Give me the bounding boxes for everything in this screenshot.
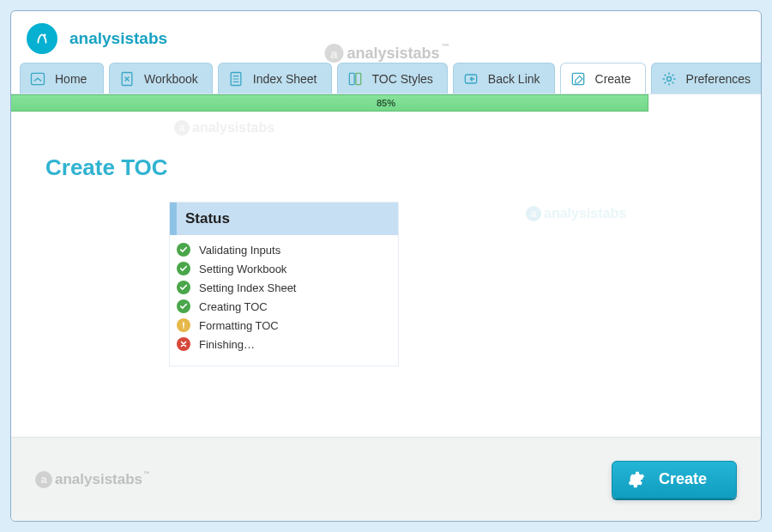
status-heading: Status [170, 203, 398, 235]
tab-label: Index Sheet [253, 72, 317, 86]
gear-icon [660, 70, 678, 88]
tab-label: Workbook [144, 72, 198, 86]
status-row-label: Formatting TOC [199, 319, 279, 332]
header: analysistabs aanalysistabs™ [11, 11, 761, 63]
tab-create[interactable]: Create [560, 63, 646, 94]
check-icon [177, 299, 190, 313]
back-link-icon [462, 70, 479, 88]
page-title: Create TOC [11, 112, 761, 181]
watermark-ghost: aanalysistabs [526, 206, 626, 221]
tab-label: Back Link [488, 72, 540, 86]
status-panel: Status Validating InputsSetting Workbook… [169, 202, 399, 366]
status-row: Creating TOC [177, 297, 391, 316]
status-row: Validating Inputs [177, 240, 391, 259]
status-row-label: Validating Inputs [199, 244, 280, 257]
check-icon [177, 243, 190, 257]
svg-point-0 [33, 30, 51, 47]
tab-preferences[interactable]: Preferences [651, 63, 762, 94]
status-row-label: Setting Index Sheet [199, 281, 296, 294]
status-row: Setting Workbook [177, 259, 391, 278]
tab-home[interactable]: Home [20, 63, 104, 94]
status-list: Validating InputsSetting WorkbookSetting… [170, 235, 398, 366]
svg-rect-8 [349, 73, 354, 84]
brand-title: analysistabs [69, 29, 167, 48]
check-icon [177, 281, 190, 294]
content-area: 85% aanalysistabs aanalysistabs Create T… [11, 94, 761, 437]
error-icon [177, 337, 190, 351]
toc-styles-icon [347, 70, 364, 88]
tab-label: Home [55, 72, 87, 86]
status-row-label: Finishing… [199, 338, 255, 351]
create-icon [570, 70, 587, 88]
workbook-icon [118, 70, 136, 88]
brand-logo-icon [27, 23, 57, 54]
tab-bar: Home Workbook Index Sheet TOC Styles Bac… [11, 63, 761, 94]
status-row: Setting Index Sheet [177, 278, 391, 297]
check-icon [177, 262, 190, 275]
status-row-label: Creating TOC [199, 300, 268, 313]
status-row: Finishing… [177, 335, 391, 354]
svg-point-14 [183, 327, 184, 329]
footer: aanalysistabs™ Create [11, 437, 761, 521]
tab-label: Preferences [686, 72, 751, 86]
tab-index-sheet[interactable]: Index Sheet [218, 63, 332, 94]
home-icon [29, 70, 46, 88]
tab-workbook[interactable]: Workbook [109, 63, 213, 94]
tab-toc-styles[interactable]: TOC Styles [337, 63, 448, 94]
watermark-ghost: aanalysistabs [174, 120, 274, 136]
tab-back-link[interactable]: Back Link [453, 63, 555, 94]
create-button-label: Create [659, 470, 707, 488]
watermark-footer: aanalysistabs™ [35, 471, 149, 488]
progress-label: 85% [11, 94, 761, 112]
index-sheet-icon [227, 70, 244, 88]
status-row-label: Setting Workbook [199, 263, 286, 275]
gear-icon [626, 470, 645, 489]
tab-label: Create [595, 72, 631, 86]
warning-icon [177, 318, 190, 332]
svg-rect-9 [355, 73, 360, 84]
svg-point-12 [666, 76, 671, 81]
app-window: analysistabs aanalysistabs™ Home Workboo… [10, 10, 762, 522]
tab-label: TOC Styles [372, 72, 433, 86]
watermark-top: aanalysistabs™ [324, 44, 447, 63]
svg-point-1 [44, 34, 46, 37]
progress-bar: 85% [11, 94, 761, 112]
create-button[interactable]: Create [612, 461, 737, 499]
status-row: Formatting TOC [177, 316, 391, 335]
